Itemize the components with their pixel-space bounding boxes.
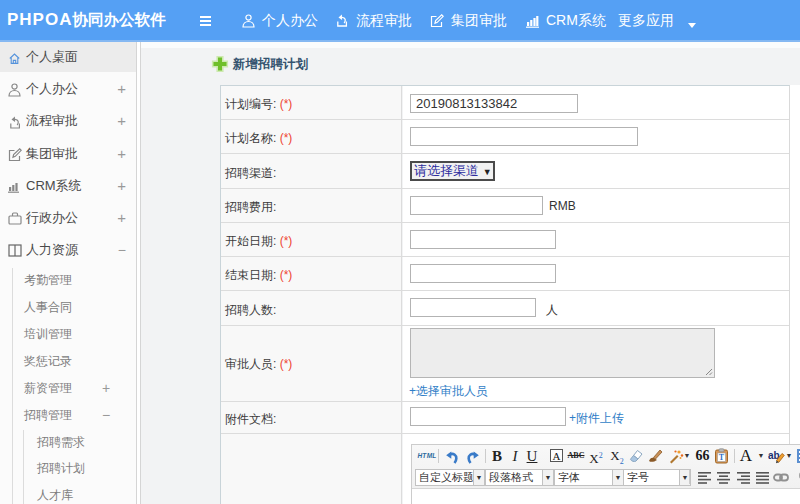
svg-text:T: T [719, 453, 725, 462]
